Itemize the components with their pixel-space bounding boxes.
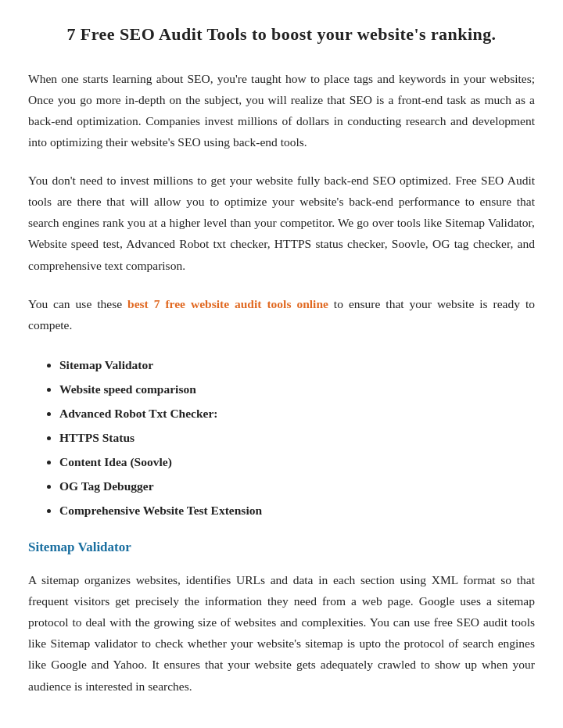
list-item: Advanced Robot Txt Checker: xyxy=(59,401,535,425)
cta-paragraph: You can use these best 7 free website au… xyxy=(28,293,535,335)
section-heading: Sitemap Validator xyxy=(28,540,535,555)
intro-paragraph: When one starts learning about SEO, you'… xyxy=(28,68,535,153)
list-item: Sitemap Validator xyxy=(59,353,535,377)
main-title: 7 Free SEO Audit Tools to boost your web… xyxy=(28,23,535,46)
tools-list: Sitemap Validator Website speed comparis… xyxy=(59,353,535,522)
cta-prefix: You can use these xyxy=(28,297,127,310)
section-paragraph: A sitemap organizes websites, identifies… xyxy=(28,569,535,697)
list-item: HTTPS Status xyxy=(59,425,535,450)
cta-link[interactable]: best 7 free website audit tools online xyxy=(127,297,328,310)
list-item: Content Idea (Soovle) xyxy=(59,450,535,474)
list-item: Comprehensive Website Test Extension xyxy=(59,498,535,522)
list-item: OG Tag Debugger xyxy=(59,474,535,498)
list-item: Website speed comparison xyxy=(59,377,535,401)
second-paragraph: You don't need to invest millions to get… xyxy=(28,170,535,276)
page-container: 7 Free SEO Audit Tools to boost your web… xyxy=(0,0,563,728)
